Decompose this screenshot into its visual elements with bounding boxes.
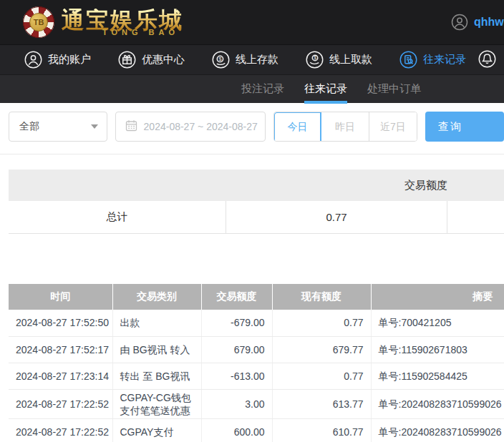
nav-item-label: 我的账户 xyxy=(48,53,91,67)
summary-total-value: 0.77 xyxy=(226,201,447,233)
nav-item-transactions[interactable]: 往来记录 xyxy=(399,51,466,69)
cell-memo: 单号:115902584425 xyxy=(371,363,504,389)
cell-time: 2024-08-27 17:23:14 xyxy=(9,363,112,389)
cell-amount: 600.00 xyxy=(201,418,272,442)
quick-range-group: 今日 昨日 近7日 xyxy=(273,112,417,142)
column-header-balance: 现有额度 xyxy=(272,284,371,310)
deposit-coin-icon: $ xyxy=(212,51,230,69)
quick-range-today[interactable]: 今日 xyxy=(274,112,321,142)
date-range-value: 2024-08-27 ~ 2024-08-27 xyxy=(144,121,258,132)
cell-type: 出款 xyxy=(112,310,201,336)
calendar-icon xyxy=(125,119,137,134)
column-header-memo: 摘要 xyxy=(371,284,504,310)
cell-time: 2024-08-27 17:22:52 xyxy=(9,389,112,418)
avatar-icon xyxy=(451,14,468,31)
notifications-button[interactable] xyxy=(478,45,496,75)
chip-logo-icon: TB xyxy=(23,6,54,38)
tab-pending-orders[interactable]: 处理中订单 xyxy=(367,75,421,104)
table-row: 2024-08-27 17:22:52 CGPAY支付 600.00 610.7… xyxy=(9,418,504,442)
site-logo[interactable]: TB 通宝娱乐城 TONG BAO xyxy=(23,6,183,38)
cell-type: 转出 至 BG视讯 xyxy=(112,363,201,389)
date-range-input[interactable]: 2024-08-27 ~ 2024-08-27 xyxy=(115,112,266,142)
cell-balance: 610.77 xyxy=(272,418,371,442)
category-select-value: 全部 xyxy=(19,120,39,133)
cell-memo: 单号:115902671803 xyxy=(371,336,504,363)
chevron-down-icon xyxy=(91,124,98,129)
cell-amount: -613.00 xyxy=(201,363,272,389)
withdraw-coin-icon: $ xyxy=(306,51,324,69)
summary-table: 交易额度 总计 0.77 xyxy=(9,170,504,234)
tab-bet-records[interactable]: 投注记录 xyxy=(241,75,284,104)
nav-item-withdraw[interactable]: $ 线上取款 xyxy=(306,51,372,69)
cell-type: 由 BG视讯 转入 xyxy=(112,336,201,363)
transactions-section: 时间 交易类别 交易额度 现有额度 摘要 2024-08-27 17:52:50… xyxy=(9,284,504,442)
category-select[interactable]: 全部 xyxy=(9,112,107,142)
username-label: qhhw xyxy=(474,16,504,29)
cell-time: 2024-08-27 17:22:52 xyxy=(9,418,112,442)
cell-type: CGPAY支付 xyxy=(112,418,201,442)
quick-range-yesterday[interactable]: 昨日 xyxy=(321,112,369,142)
main-navigation: 我的账户 优惠中心 $ 线上存款 $ xyxy=(0,44,504,74)
cell-amount: 3.00 xyxy=(201,389,272,418)
transactions-table: 时间 交易类别 交易额度 现有额度 摘要 2024-08-27 17:52:50… xyxy=(9,284,504,442)
filter-bar: 全部 2024-08-27 ~ 2024-08-27 今日 昨日 近7日 查询 xyxy=(9,112,504,142)
table-row: 2024-08-27 17:22:52 CGPAY-CG钱包支付笔笔送优惠 3.… xyxy=(9,389,504,418)
column-header-type: 交易类别 xyxy=(112,284,201,310)
cell-balance: 0.77 xyxy=(272,363,371,389)
user-account[interactable]: qhhw xyxy=(451,0,504,44)
nav-item-label: 线上存款 xyxy=(236,53,278,67)
cell-memo: 单号:700421205 xyxy=(371,310,504,336)
column-header-amount: 交易额度 xyxy=(201,284,272,310)
svg-text:$: $ xyxy=(314,55,316,60)
cell-type: CGPAY-CG钱包支付笔笔送优惠 xyxy=(112,389,201,418)
cell-balance: 0.77 xyxy=(272,310,371,336)
top-header: TB 通宝娱乐城 TONG BAO qhhw xyxy=(0,0,504,44)
table-row: 2024-08-27 17:52:17 由 BG视讯 转入 679.00 679… xyxy=(9,336,504,363)
nav-item-promotions[interactable]: 优惠中心 xyxy=(118,51,185,69)
summary-empty-cell xyxy=(447,201,504,233)
nav-item-label: 往来记录 xyxy=(423,53,466,67)
section-divider xyxy=(0,154,504,154)
cell-time: 2024-08-27 17:52:50 xyxy=(9,310,112,336)
table-row: 2024-08-27 17:52:50 出款 -679.00 0.77 单号:7… xyxy=(9,310,504,336)
user-circle-icon xyxy=(24,51,42,69)
summary-header-label: 交易额度 xyxy=(9,179,447,192)
summary-total-row: 总计 0.77 xyxy=(9,201,504,234)
table-row: 2024-08-27 17:23:14 转出 至 BG视讯 -613.00 0.… xyxy=(9,363,504,389)
cell-memo: 单号:202408283710599026 xyxy=(371,418,504,442)
cell-time: 2024-08-27 17:52:17 xyxy=(9,336,112,363)
quick-range-last7days[interactable]: 近7日 xyxy=(369,112,417,142)
cell-balance: 679.77 xyxy=(272,336,371,363)
search-button[interactable]: 查询 xyxy=(425,112,504,142)
summary-header-row: 交易额度 xyxy=(9,170,504,201)
cell-amount: 679.00 xyxy=(201,336,272,363)
svg-text:$: $ xyxy=(218,56,221,62)
records-icon xyxy=(399,51,417,69)
cell-amount: -679.00 xyxy=(201,310,272,336)
nav-item-label: 线上取款 xyxy=(329,53,372,67)
cell-memo: 单号:202408283710599026 xyxy=(371,389,504,418)
sub-navigation: 投注记录 往来记录 处理中订单 xyxy=(0,74,504,103)
nav-item-deposit[interactable]: $ 线上存款 xyxy=(212,51,278,69)
cell-balance: 613.77 xyxy=(272,389,371,418)
chip-badge: TB xyxy=(29,13,48,31)
gift-icon xyxy=(118,51,136,69)
tab-transaction-records[interactable]: 往来记录 xyxy=(304,75,347,104)
summary-total-label: 总计 xyxy=(9,201,226,233)
nav-item-my-account[interactable]: 我的账户 xyxy=(24,51,91,69)
column-header-time: 时间 xyxy=(9,284,112,310)
bell-icon xyxy=(478,50,496,71)
table-header-row: 时间 交易类别 交易额度 现有额度 摘要 xyxy=(9,284,504,310)
nav-item-label: 优惠中心 xyxy=(142,53,185,67)
